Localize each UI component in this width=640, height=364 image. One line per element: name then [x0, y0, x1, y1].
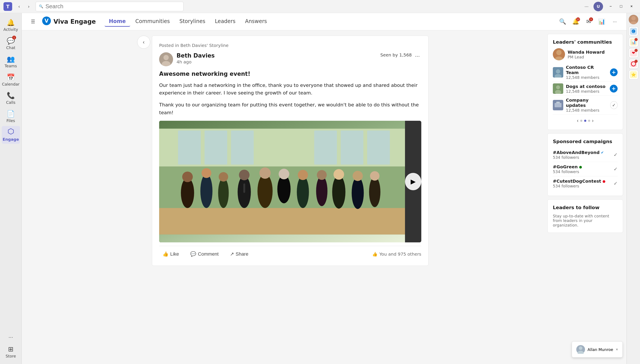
campaign-check-0[interactable]: ✓: [614, 152, 618, 158]
right-rail-app-4[interactable]: ⭐: [629, 70, 638, 80]
close-button[interactable]: ×: [626, 2, 636, 11]
notification-close-button[interactable]: ×: [616, 347, 618, 352]
header-search-button[interactable]: 🔍: [558, 17, 567, 26]
inbox-badge: 5: [589, 17, 593, 21]
leader-avatar[interactable]: [553, 48, 565, 60]
svg-text:❤: ❤: [632, 50, 635, 55]
campaign-check-1[interactable]: ✓: [614, 166, 618, 172]
maximize-button[interactable]: □: [616, 2, 626, 11]
titlebar-more-button[interactable]: ···: [582, 2, 591, 11]
share-label: Share: [236, 251, 248, 257]
sidebar-item-calendar[interactable]: 📅 Calendar: [2, 71, 20, 88]
share-icon: ↗: [230, 251, 234, 257]
post-more-button[interactable]: ⋯: [414, 52, 421, 60]
window-controls: − □ ×: [606, 2, 636, 11]
sidebar-item-calls[interactable]: 📞 Calls: [2, 90, 20, 107]
svg-point-26: [257, 174, 273, 208]
post-seen-count: Seen by 1,568: [381, 52, 412, 58]
post-storyline-label: Posted in Beth Davies' Storyline: [159, 43, 421, 48]
titlebar: T ‹ › 🔍 ··· U − □ ×: [0, 0, 640, 13]
header-inbox-button[interactable]: ✉ 5: [584, 17, 593, 26]
sidebar-item-activity[interactable]: 🔔 Activity: [2, 16, 20, 34]
app-logo: V Viva Engage: [42, 16, 96, 27]
post-author-name[interactable]: Beth Davies: [177, 52, 381, 59]
nav-communities[interactable]: Communities: [131, 16, 174, 27]
sidebar-calls-label: Calls: [6, 100, 16, 105]
post-author-avatar[interactable]: [159, 52, 173, 66]
calls-icon: 📞: [7, 92, 15, 99]
back-to-feed-button[interactable]: ‹: [137, 36, 150, 49]
community-icon-0: [553, 67, 563, 78]
right-rail-user-avatar[interactable]: [629, 15, 638, 24]
campaign-verified-0: ✔: [601, 150, 604, 155]
svg-rect-10: [178, 130, 201, 165]
right-rail-app-2[interactable]: ❤ !: [629, 48, 638, 58]
campaign-name-2[interactable]: #CutestDogContest ●: [553, 178, 614, 184]
user-avatar[interactable]: U: [593, 2, 603, 11]
svg-point-22: [219, 172, 228, 181]
right-rail-app-1[interactable]: 📊 !: [629, 37, 638, 47]
campaign-name-0[interactable]: #AboveAndBeyond ✔: [553, 150, 614, 155]
leader-name: Wanda Howard: [568, 50, 605, 55]
hamburger-button[interactable]: ☰: [29, 17, 37, 26]
campaign-check-2[interactable]: ✓: [614, 181, 618, 186]
campaign-verified-2: ●: [602, 179, 605, 183]
post-image[interactable]: ▶: [159, 121, 421, 242]
svg-rect-50: [555, 103, 561, 107]
sidebar-item-teams[interactable]: 👥 Teams: [2, 53, 20, 70]
nav-answers[interactable]: Answers: [241, 16, 271, 27]
header-notifications-button[interactable]: 🔔 12: [571, 17, 580, 26]
comment-button[interactable]: 💬 Comment: [187, 250, 222, 259]
sidebar-item-files[interactable]: 📄 Files: [2, 108, 20, 125]
search-bar[interactable]: 🔍: [36, 2, 183, 11]
sidebar-item-chat[interactable]: 💬 1 Chat: [2, 35, 20, 52]
header-analytics-button[interactable]: 📊: [597, 17, 606, 26]
main-content: ‹ Posted in Beth Davies' Storyline: [22, 30, 626, 364]
svg-point-18: [182, 172, 193, 182]
carousel-dot-2[interactable]: [588, 120, 590, 122]
play-button[interactable]: ▶: [405, 173, 421, 190]
sidebar-item-more[interactable]: ···: [2, 332, 20, 342]
forward-button[interactable]: ›: [24, 2, 33, 11]
notification-avatar: [576, 345, 585, 354]
like-button[interactable]: 👍 Like: [159, 250, 182, 259]
campaign-content-1: #GoGreen ● 534 followers: [553, 164, 614, 174]
carousel-next[interactable]: ›: [590, 117, 595, 124]
right-rail-app-3[interactable]: !: [629, 59, 638, 69]
nav-leaders[interactable]: Leaders: [210, 16, 240, 27]
campaign-name-1[interactable]: #GoGreen ●: [553, 164, 614, 170]
carousel-dot-0[interactable]: [580, 120, 582, 122]
right-panel: Leaders' communities Wanda Howard PM Lea…: [544, 30, 626, 364]
right-rail-app-0[interactable]: C: [629, 26, 638, 36]
campaign-content-0: #AboveAndBeyond ✔ 534 followers: [553, 150, 614, 160]
svg-rect-15: [367, 130, 390, 165]
minimize-button[interactable]: −: [606, 2, 616, 11]
nav-storylines[interactable]: Storylines: [175, 16, 210, 27]
carousel-prev[interactable]: ‹: [575, 117, 580, 124]
carousel-dot-1[interactable]: [584, 120, 586, 122]
sidebar-teams-label: Teams: [5, 64, 17, 68]
feed-panel: ‹ Posted in Beth Davies' Storyline: [22, 30, 544, 364]
svg-point-31: [298, 170, 308, 180]
community-join-1[interactable]: +: [610, 85, 618, 92]
community-join-0[interactable]: +: [610, 68, 618, 76]
community-following-2[interactable]: ✓: [610, 101, 618, 109]
svg-rect-25: [243, 183, 245, 193]
comment-label: Comment: [198, 251, 218, 257]
sidebar-item-store[interactable]: ⊞ Store: [2, 343, 20, 360]
svg-point-37: [353, 171, 363, 181]
svg-text:⭐: ⭐: [631, 72, 636, 77]
share-button[interactable]: ↗ Share: [226, 250, 252, 259]
sidebar-item-engage[interactable]: Engage: [2, 126, 20, 144]
svg-point-19: [200, 174, 213, 208]
titlebar-right: ··· U − □ ×: [582, 2, 636, 11]
sidebar-calendar-label: Calendar: [2, 82, 20, 86]
post-body-2: Thank you to our organizing team for put…: [159, 101, 421, 116]
svg-rect-51: [556, 102, 560, 104]
search-input[interactable]: [46, 3, 180, 10]
nav-home[interactable]: Home: [105, 16, 130, 27]
app-header-right: 🔍 🔔 12 ✉ 5 📊 ···: [558, 17, 619, 26]
back-button[interactable]: ‹: [15, 2, 24, 11]
header-more-button[interactable]: ···: [610, 17, 619, 26]
svg-rect-12: [231, 130, 254, 165]
